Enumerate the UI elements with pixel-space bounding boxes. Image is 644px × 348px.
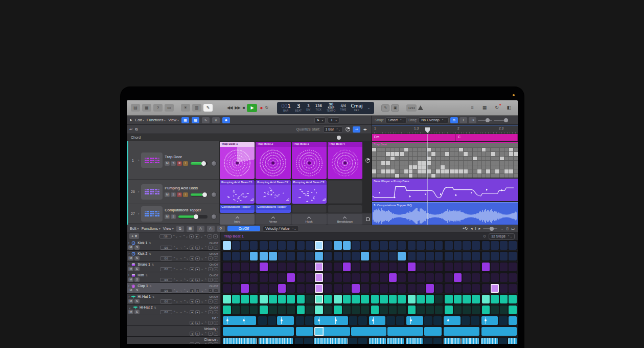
musical-typing-icon[interactable]: ▦ bbox=[142, 104, 151, 112]
step-cell[interactable] bbox=[278, 273, 286, 282]
direction-icon[interactable]: → bbox=[179, 311, 182, 314]
step-cell[interactable] bbox=[509, 295, 517, 303]
row-header[interactable]: ›Kick 2⇅On/OffMS/16⌃⌄→⌃⌄◂▸⌄⌃▫▫ bbox=[127, 251, 221, 261]
pointer-tool-menu[interactable]: ➤▾ bbox=[314, 117, 326, 123]
list-editors-icon[interactable]: ≡ bbox=[468, 104, 477, 112]
step-cell[interactable] bbox=[462, 316, 470, 325]
grid-mode-icon[interactable]: ▦ bbox=[187, 226, 194, 232]
rotate-right-icon[interactable]: ▸ bbox=[195, 342, 200, 344]
text-tool-button[interactable]: I bbox=[459, 117, 467, 123]
step-cell[interactable] bbox=[380, 295, 388, 303]
step-cell[interactable] bbox=[250, 273, 258, 282]
step-cell[interactable] bbox=[284, 338, 293, 344]
octave-up-icon[interactable]: ⌃ bbox=[204, 278, 207, 281]
step-cell[interactable] bbox=[408, 306, 416, 314]
row-stepper-icon[interactable]: ⇅ bbox=[154, 306, 156, 309]
step-cell[interactable] bbox=[223, 338, 232, 344]
step-cell[interactable] bbox=[463, 284, 471, 293]
i-button[interactable]: I bbox=[183, 192, 188, 197]
play-button[interactable]: ▶ bbox=[247, 104, 257, 112]
step-cell[interactable] bbox=[408, 273, 416, 282]
step-cell[interactable] bbox=[490, 327, 499, 336]
step-cell[interactable] bbox=[352, 241, 360, 250]
rate-select[interactable]: /16 bbox=[159, 234, 172, 238]
step-cell[interactable] bbox=[424, 338, 432, 344]
mute-button[interactable]: M bbox=[128, 256, 133, 260]
octave-up-icon[interactable]: ⌃ bbox=[204, 267, 207, 271]
step-cell[interactable] bbox=[433, 338, 442, 344]
step-cell[interactable] bbox=[509, 263, 517, 271]
paste-steps-icon[interactable]: ▫ bbox=[214, 321, 218, 325]
region-trap-beat[interactable]: Trap Beat bbox=[372, 142, 518, 178]
step-cell[interactable] bbox=[500, 252, 508, 260]
step-cell[interactable] bbox=[452, 316, 461, 325]
step-cell[interactable] bbox=[491, 306, 499, 314]
step-cell[interactable] bbox=[232, 252, 240, 260]
solo-button[interactable]: S bbox=[134, 267, 140, 271]
step-cell[interactable] bbox=[398, 295, 406, 303]
step-cell[interactable] bbox=[482, 295, 490, 303]
step-cell[interactable] bbox=[472, 273, 480, 282]
step-cell[interactable] bbox=[445, 263, 453, 271]
step-cell[interactable] bbox=[296, 327, 305, 336]
step-cell[interactable] bbox=[454, 273, 462, 282]
copy-steps-icon[interactable]: ▫ bbox=[208, 299, 213, 303]
auto-zoom-button[interactable]: ⇥ bbox=[469, 117, 476, 123]
s-button[interactable]: S bbox=[171, 192, 176, 197]
step-cell[interactable] bbox=[268, 316, 276, 325]
window-view-icon[interactable]: ▭ bbox=[511, 226, 515, 231]
loop-cell[interactable]: Computations Topper bbox=[256, 205, 290, 213]
step-cell[interactable] bbox=[231, 316, 239, 325]
step-cell[interactable] bbox=[482, 241, 490, 250]
step-cell[interactable] bbox=[386, 316, 395, 325]
library-icon[interactable]: ▤ bbox=[131, 104, 140, 112]
step-cell[interactable] bbox=[352, 284, 360, 293]
step-cell[interactable] bbox=[444, 338, 452, 344]
menu-functions[interactable]: Functions ▾ bbox=[147, 118, 166, 122]
step-cell[interactable] bbox=[269, 252, 277, 260]
step-cell[interactable] bbox=[352, 263, 360, 271]
rotate-right-icon[interactable]: ▸ bbox=[195, 321, 200, 325]
track-header[interactable]: 1›Trap DoorMSRI bbox=[127, 141, 219, 180]
octave-down-icon[interactable]: ⌄ bbox=[201, 332, 203, 335]
step-cell[interactable] bbox=[269, 273, 277, 282]
step-cell[interactable] bbox=[241, 284, 249, 293]
step-cell[interactable] bbox=[314, 316, 323, 325]
step-cell[interactable] bbox=[454, 284, 462, 293]
step-cell[interactable] bbox=[349, 316, 357, 325]
disclosure-icon[interactable]: › bbox=[128, 273, 129, 277]
step-cell[interactable] bbox=[426, 263, 434, 271]
rotate-left-icon[interactable]: ◂ bbox=[189, 234, 194, 238]
step-cell[interactable] bbox=[417, 306, 425, 314]
step-cell[interactable] bbox=[396, 316, 404, 325]
apple-loops-icon[interactable]: ↻ bbox=[492, 104, 501, 112]
step-cell[interactable] bbox=[343, 284, 351, 293]
command-tool-menu[interactable]: ✛▾ bbox=[328, 117, 339, 123]
mute-button[interactable]: M bbox=[128, 245, 133, 250]
step-cell[interactable] bbox=[361, 295, 369, 303]
step-cell[interactable] bbox=[408, 284, 416, 293]
step-cell[interactable] bbox=[509, 241, 517, 250]
stepper-icon[interactable]: ⌃⌄ bbox=[173, 289, 178, 292]
step-cell[interactable] bbox=[454, 252, 462, 260]
direction-icon[interactable]: → bbox=[179, 235, 182, 238]
automation-icon[interactable]: ∿ bbox=[202, 117, 210, 123]
step-cell[interactable] bbox=[380, 306, 388, 314]
count-in-button[interactable]: 1234 bbox=[406, 104, 416, 112]
step-cell[interactable] bbox=[424, 327, 433, 336]
stepper-icon[interactable]: ⌃⌄ bbox=[183, 256, 189, 260]
drag-select[interactable]: No Overlap⌃⌄ bbox=[419, 117, 449, 123]
direction-icon[interactable]: → bbox=[179, 268, 182, 271]
step-cell[interactable] bbox=[435, 306, 443, 314]
step-cell[interactable] bbox=[371, 284, 379, 293]
loop-cell[interactable]: Pumping Acid Bass C3 bbox=[292, 180, 327, 204]
menu-view[interactable]: View ▾ bbox=[168, 118, 179, 122]
step-cell[interactable] bbox=[426, 284, 434, 293]
copy-steps-icon[interactable]: ▫ bbox=[208, 310, 213, 314]
step-cell[interactable] bbox=[452, 338, 461, 344]
step-cell[interactable] bbox=[472, 252, 480, 260]
metronome-icon[interactable] bbox=[418, 105, 423, 110]
copy-steps-icon[interactable]: ▫ bbox=[208, 289, 213, 293]
octave-down-icon[interactable]: ⌄ bbox=[201, 342, 203, 344]
copy-steps-icon[interactable]: ▫ bbox=[208, 234, 212, 238]
